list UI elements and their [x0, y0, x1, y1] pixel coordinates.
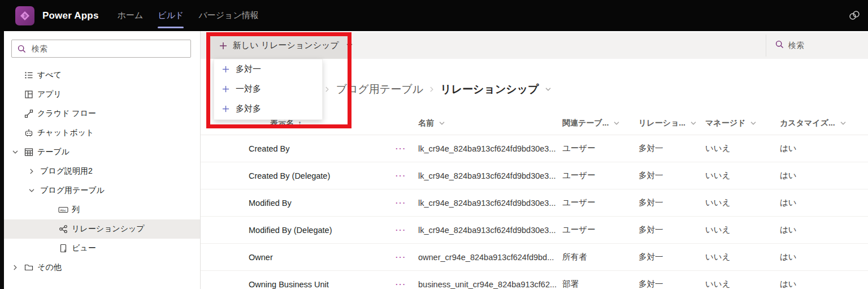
sidebar-item-ビュー[interactable]: ビュー — [4, 239, 200, 258]
row-more-options-icon[interactable]: ··· — [396, 199, 418, 207]
column-header[interactable]: カスタマイズ... — [780, 118, 868, 128]
cell-name: business_unit_cr94e_824ba913cf62... — [418, 280, 562, 289]
plus-icon — [222, 105, 229, 113]
cell-related-table: ユーザー — [562, 170, 639, 181]
column-header[interactable]: 関連テーブ... — [562, 118, 639, 128]
cell-related-table: ユーザー — [562, 225, 639, 235]
sidebar-item-テーブル[interactable]: テーブル — [4, 143, 200, 162]
column-header[interactable]: リレーショ... — [639, 118, 705, 128]
cell-managed: いいえ — [705, 279, 780, 289]
breadcrumb-separator-icon — [326, 87, 329, 92]
sidebar-item-列[interactable]: Abc列 — [4, 200, 200, 219]
dropdown-item-一対多[interactable]: 一対多 — [214, 79, 322, 99]
top-nav-item[interactable]: バージョン情報 — [191, 0, 266, 31]
chevron-right-icon[interactable] — [10, 265, 20, 270]
cell-display-name: Created By — [249, 144, 396, 153]
row-more-options-icon[interactable]: ··· — [396, 226, 418, 234]
cell-relationship-type: 多対一 — [639, 197, 705, 208]
cell-managed: いいえ — [705, 197, 780, 208]
table-row[interactable]: Modified By (Delegate)···lk_cr94e_824ba9… — [201, 217, 868, 244]
table-search-label: 検索 — [788, 41, 804, 51]
cell-customized: はい — [780, 143, 868, 154]
top-app-bar: Power Apps ホームビルドバージョン情報 — [0, 0, 868, 31]
link-icon[interactable] — [848, 10, 861, 23]
sidebar-search-input[interactable] — [31, 44, 174, 54]
sidebar-item-リレーションシップ[interactable]: リレーションシップ — [4, 219, 200, 239]
cell-managed: いいえ — [705, 170, 780, 181]
sidebar-item-label: アプリ — [37, 89, 62, 100]
plus-icon — [222, 85, 229, 93]
dropdown-item-多対多[interactable]: 多対多 — [214, 99, 322, 119]
chevron-down-icon[interactable] — [10, 150, 20, 154]
table-row[interactable]: Created By (Delegate)···lk_cr94e_824ba91… — [201, 162, 868, 189]
svg-text:Abc: Abc — [60, 208, 66, 212]
search-icon — [775, 40, 784, 51]
dropdown-item-label: 多対多 — [236, 103, 261, 114]
sidebar-item-チャットボット[interactable]: チャットボット — [4, 123, 200, 143]
sidebar-item-クラウド フロー[interactable]: クラウド フロー — [4, 104, 200, 123]
chevron-down-icon[interactable] — [545, 88, 552, 91]
column-header-label: リレーショ... — [639, 118, 685, 128]
table-search-button[interactable]: 検索 — [766, 34, 868, 57]
top-nav-active-item[interactable]: ビルド — [150, 0, 191, 31]
chevron-right-icon[interactable] — [27, 169, 37, 174]
view-icon — [58, 244, 68, 253]
sidebar-nav-list: すべてアプリクラウド フローチャットボットテーブルブログ説明用2ブログ用テーブル… — [4, 66, 200, 277]
relationship-icon — [58, 225, 68, 234]
flow-icon — [24, 109, 34, 118]
table-row[interactable]: Created By···lk_cr94e_824ba913cf624fd9bd… — [201, 135, 868, 162]
row-more-options-icon[interactable]: ··· — [396, 171, 418, 180]
chevron-down-icon[interactable] — [691, 122, 696, 125]
breadcrumb-item[interactable]: リレーションシップ — [440, 82, 539, 97]
new-relationship-label: 新しい リレーションシップ — [233, 40, 339, 51]
cell-relationship-type: 多対一 — [639, 252, 705, 262]
cell-customized: はい — [780, 252, 868, 262]
sidebar: すべてアプリクラウド フローチャットボットテーブルブログ説明用2ブログ用テーブル… — [4, 31, 201, 289]
plus-icon — [222, 66, 229, 73]
cell-customized: はい — [780, 197, 868, 208]
search-icon — [18, 45, 26, 53]
sidebar-item-label: ブログ用テーブル — [40, 186, 105, 196]
dropdown-item-多対一[interactable]: 多対一 — [214, 59, 322, 79]
cell-display-name: Modified By — [249, 199, 396, 208]
chevron-down-icon[interactable] — [614, 122, 619, 125]
chevron-down-icon[interactable] — [439, 122, 445, 125]
cell-display-name: Created By (Delegate) — [249, 171, 396, 180]
cell-name: lk_cr94e_824ba913cf624fd9bd30e3... — [418, 171, 562, 180]
dropdown-item-label: 一対多 — [236, 84, 261, 94]
row-more-options-icon[interactable]: ··· — [396, 280, 418, 288]
table-row[interactable]: Modified By···lk_cr94e_824ba913cf624fd9b… — [201, 189, 868, 217]
sidebar-item-label: ビュー — [72, 243, 96, 253]
cell-related-table: ユーザー — [562, 197, 639, 208]
top-nav-item[interactable]: ホーム — [110, 0, 151, 31]
chevron-down-icon[interactable] — [750, 122, 756, 125]
cell-managed: いいえ — [705, 225, 780, 235]
sidebar-item-すべて[interactable]: すべて — [4, 66, 200, 85]
power-apps-logo-icon[interactable] — [15, 6, 34, 25]
cell-customized: はい — [780, 279, 868, 289]
folder-icon — [24, 263, 34, 272]
breadcrumb-item[interactable]: ブログ用テーブル — [336, 82, 423, 97]
table-row[interactable]: Owner···owner_cr94e_824ba913cf624fd9bd..… — [201, 244, 868, 271]
chevron-down-icon[interactable] — [840, 122, 846, 125]
sidebar-item-ブログ用テーブル[interactable]: ブログ用テーブル — [4, 181, 200, 200]
sidebar-item-label: リレーションシップ — [72, 224, 145, 234]
row-more-options-icon[interactable]: ··· — [396, 144, 418, 153]
plus-icon — [219, 42, 227, 50]
cell-related-table: ユーザー — [562, 143, 639, 154]
abc-icon: Abc — [58, 205, 68, 214]
chevron-down-icon[interactable] — [27, 189, 37, 192]
sidebar-search-box[interactable] — [11, 40, 191, 58]
column-header[interactable]: 名前 — [418, 118, 562, 128]
sidebar-item-label: すべて — [37, 70, 62, 80]
new-relationship-button[interactable]: 新しい リレーションシップ — [206, 32, 351, 59]
sidebar-item-ブログ説明用2[interactable]: ブログ説明用2 — [4, 162, 200, 181]
sidebar-item-その他[interactable]: その他 — [4, 258, 200, 277]
table-row[interactable]: Owning Business Unit···business_unit_cr9… — [201, 271, 868, 289]
sidebar-item-アプリ[interactable]: アプリ — [4, 85, 200, 104]
column-header[interactable]: マネージド — [705, 118, 780, 128]
row-more-options-icon[interactable]: ··· — [396, 253, 418, 261]
bot-icon — [24, 128, 34, 137]
cell-customized: はい — [780, 225, 868, 235]
cell-managed: いいえ — [705, 252, 780, 262]
